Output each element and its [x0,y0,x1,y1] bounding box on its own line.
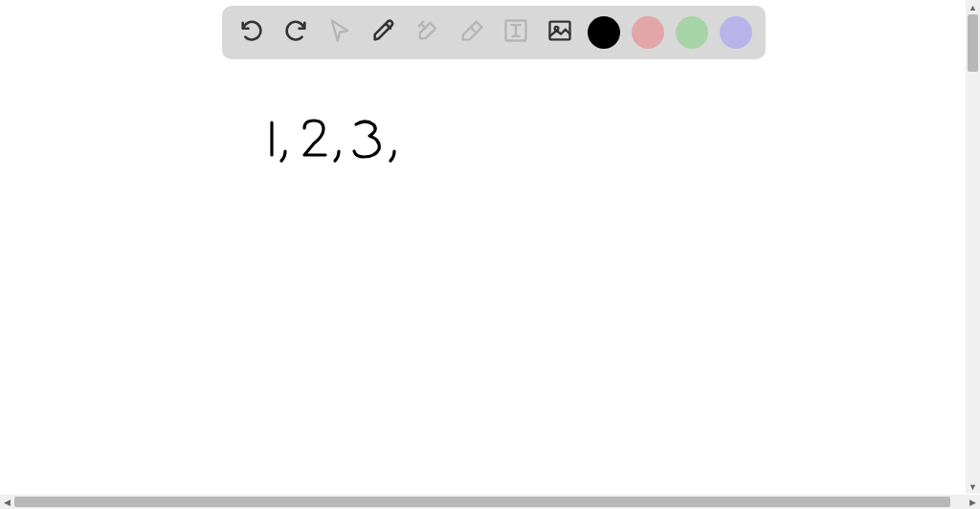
redo-icon [282,17,309,48]
tools-icon [414,17,441,48]
vertical-scroll-thumb[interactable] [968,14,978,72]
color-green[interactable] [676,16,708,49]
color-purple[interactable] [720,16,752,49]
undo-icon [238,17,265,48]
color-pink[interactable] [632,16,664,49]
image-icon [546,17,573,48]
pencil-icon [370,17,397,48]
image-tool[interactable] [544,16,576,49]
horizontal-scrollbar[interactable]: ◀ ▶ [0,495,980,509]
toolbar [222,6,766,59]
horizontal-scroll-thumb[interactable] [14,497,950,507]
undo-button[interactable] [235,16,268,49]
eraser-tool[interactable] [456,16,488,49]
text-tool[interactable] [500,16,532,49]
scroll-down-arrow[interactable]: ▼ [966,479,980,494]
shapes-tool[interactable] [412,16,444,49]
color-black[interactable] [588,16,620,49]
scroll-right-arrow[interactable]: ▶ [966,495,980,509]
drawing-canvas[interactable]: ▲ ▼ ◀ ▶ [0,0,980,509]
pointer-tool[interactable] [323,16,356,49]
scroll-left-arrow[interactable]: ◀ [0,495,14,509]
handwritten-content [258,115,450,176]
pointer-icon [326,17,353,48]
text-icon [502,17,529,48]
vertical-scrollbar[interactable]: ▲ ▼ [966,0,980,494]
eraser-icon [458,17,485,48]
redo-button[interactable] [279,16,312,49]
scroll-up-arrow[interactable]: ▲ [966,0,980,14]
pencil-tool[interactable] [368,16,400,49]
